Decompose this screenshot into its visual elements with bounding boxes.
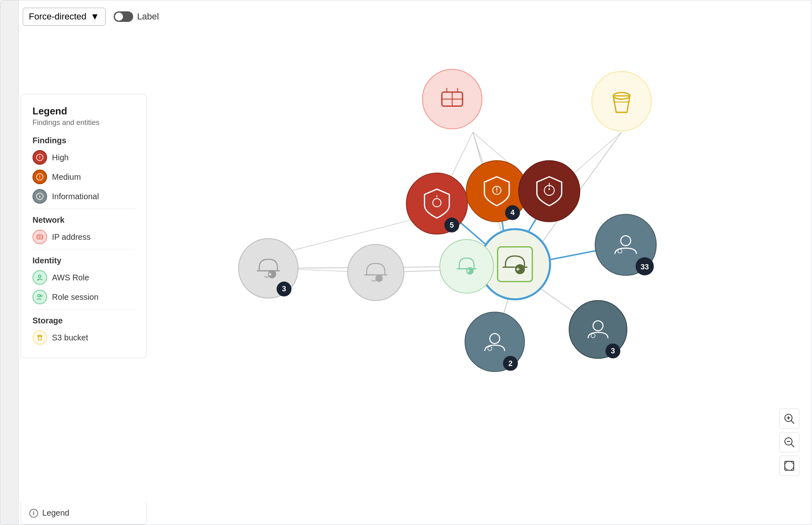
label-toggle[interactable]	[114, 11, 133, 22]
legend-title: Legend	[32, 105, 135, 117]
legend-footer[interactable]: i Legend	[21, 502, 147, 525]
zoom-out-button[interactable]	[779, 432, 799, 452]
toolbar: Force-directed ▼ Label	[23, 8, 159, 26]
aws-role-right-node[interactable]: 33	[595, 214, 657, 275]
zoom-in-button[interactable]	[779, 409, 799, 429]
legend-s3: S3 bucket	[32, 330, 135, 345]
informational-label: Informational	[52, 192, 99, 201]
svg-point-54	[549, 188, 550, 190]
legend-subtitle: Findings and entities	[32, 118, 135, 127]
shield-high2-node[interactable]	[519, 161, 580, 222]
aws-role-faded-mid[interactable]	[348, 244, 404, 300]
svg-text:i: i	[33, 510, 35, 516]
legend-high: ! High	[32, 150, 135, 165]
aws-role-label: AWS Role	[52, 273, 89, 282]
svg-point-75	[348, 244, 404, 300]
label-toggle-container: Label	[114, 11, 159, 22]
svg-point-38	[592, 71, 652, 131]
svg-text:3: 3	[282, 284, 286, 293]
legend-aws-role: AWS Role	[32, 270, 135, 285]
high-icon: !	[32, 150, 47, 165]
aws-role-dark-bottom-right[interactable]: 3	[569, 301, 627, 358]
divider-1	[32, 209, 135, 209]
svg-line-99	[791, 444, 794, 447]
ip-label: IP address	[52, 232, 91, 242]
left-sidebar-bar	[0, 0, 19, 525]
fit-screen-button[interactable]	[779, 456, 799, 476]
legend-medium: ! Medium	[32, 170, 135, 184]
legend-role-session: Role session	[32, 290, 135, 304]
svg-text:3: 3	[611, 346, 615, 355]
medium-icon: !	[32, 170, 47, 184]
findings-section-title: Findings	[32, 136, 135, 145]
layout-dropdown[interactable]: Force-directed ▼	[23, 8, 106, 26]
layout-label: Force-directed	[29, 11, 86, 22]
graph-area[interactable]: 5 ! 4	[151, 37, 812, 525]
aws-role-dark-bottom[interactable]: 2	[465, 312, 525, 372]
svg-point-51	[519, 161, 580, 222]
svg-point-9	[39, 275, 41, 278]
main-container: Force-directed ▼ Label Legend Findings a…	[0, 0, 812, 525]
svg-point-11	[41, 295, 42, 297]
legend-informational: i Informational	[32, 189, 135, 204]
toggle-label: Label	[137, 11, 159, 22]
divider-2	[32, 249, 135, 250]
svg-point-10	[38, 295, 40, 297]
legend-footer-label: Legend	[42, 508, 69, 518]
ip-icon	[32, 230, 47, 244]
aws-role-green-node[interactable]	[440, 239, 493, 293]
svg-text:!: !	[39, 155, 41, 160]
role-session-icon	[32, 290, 47, 304]
svg-point-63	[440, 239, 493, 293]
role-session-label: Role session	[52, 293, 99, 302]
s3-node[interactable]	[592, 71, 652, 131]
aws-role-icon	[32, 270, 47, 285]
svg-text:5: 5	[450, 221, 454, 229]
legend-panel: Legend Findings and entities Findings ! …	[21, 94, 147, 358]
svg-text:2: 2	[508, 359, 512, 368]
shield-medium-node[interactable]: ! 4	[466, 161, 527, 222]
divider-3	[32, 309, 135, 310]
svg-line-96	[791, 421, 794, 424]
svg-text:!: !	[39, 174, 41, 179]
network-section-title: Network	[32, 215, 135, 225]
high-label: High	[52, 153, 69, 162]
storage-section-title: Storage	[32, 316, 135, 325]
zoom-controls	[779, 409, 799, 476]
dropdown-arrow-icon: ▼	[91, 11, 99, 22]
svg-text:!: !	[496, 186, 498, 194]
legend-ip: IP address	[32, 230, 135, 244]
svg-text:i: i	[39, 194, 40, 199]
svg-text:33: 33	[641, 262, 649, 271]
s3-label: S3 bucket	[52, 333, 88, 342]
graph-svg: 5 ! 4	[151, 37, 812, 525]
aws-role-faded-left[interactable]: 3	[239, 239, 298, 298]
s3-icon	[32, 330, 47, 345]
shield-high1-node[interactable]: 5	[406, 173, 468, 234]
svg-point-77	[376, 275, 383, 282]
legend-footer-icon: i	[29, 509, 38, 518]
identity-section-title: Identity	[32, 256, 135, 265]
informational-icon: i	[32, 189, 47, 204]
ip-node[interactable]	[423, 69, 482, 129]
svg-text:4: 4	[510, 208, 515, 217]
medium-label: Medium	[52, 172, 81, 182]
